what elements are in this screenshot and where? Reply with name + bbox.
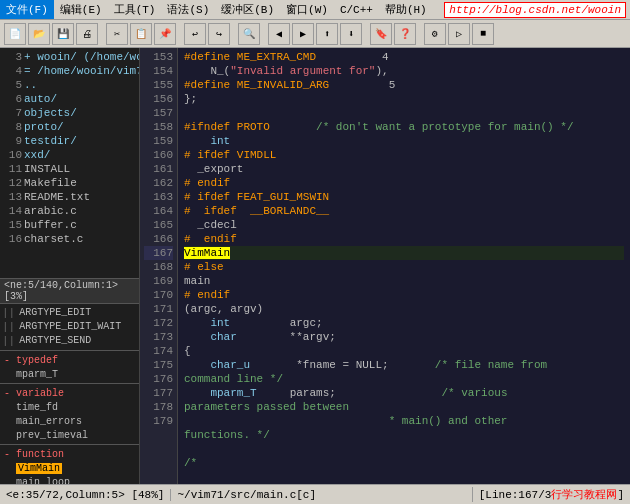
tb-redo[interactable]: ↪ [208,23,230,45]
menu-syntax[interactable]: 语法(S) [161,0,215,19]
status-filepath: ~/vim71/src/main.c[c] [171,489,471,501]
menu-help[interactable]: 帮助(H) [379,0,433,19]
tag-entries: || ARGTYPE_EDIT [0,306,139,320]
tb-cut[interactable]: ✂ [106,23,128,45]
tree-item[interactable]: 14arabic.c [0,204,139,218]
tree-item[interactable]: 4= /home/wooin/vim71/ [0,64,139,78]
tree-item[interactable]: 6auto/ [0,92,139,106]
tag-entries: || ARGTYPE_SEND [0,334,139,348]
menu-tools[interactable]: 工具(T) [108,0,162,19]
file-tree[interactable]: 3+ wooin/ (/home/wooin 4= /home/wooin/vi… [0,48,140,278]
toolbar: 📄 📂 💾 🖨 ✂ 📋 📌 ↩ ↪ 🔍 ◀ ▶ ⬆ ⬇ 🔖 ❓ ⚙ ▷ ■ [0,20,630,48]
menu-buffer[interactable]: 缓冲区(B) [215,0,280,19]
tb-up[interactable]: ⬆ [316,23,338,45]
tag-section-function: - function [0,447,139,461]
tb-compile[interactable]: ⚙ [424,23,446,45]
tag-entries: || ARGTYPE_EDIT_WAIT [0,320,139,334]
tag-typedef-item: mparm_T [0,367,139,381]
tb-back[interactable]: ◀ [268,23,290,45]
tag-variable-item: prev_timeval [0,428,139,442]
menu-edit[interactable]: 编辑(E) [54,0,108,19]
tb-fwd[interactable]: ▶ [292,23,314,45]
tb-save[interactable]: 💾 [52,23,74,45]
tree-item[interactable]: 9testdir/ [0,134,139,148]
tb-mark[interactable]: 🔖 [370,23,392,45]
tag-function-item: VimMain [0,461,139,475]
statusbar: <e:35/72,Column:5> [48%] ~/vim71/src/mai… [0,484,630,504]
tag-function-item: main_loop [0,475,139,484]
tree-item[interactable]: 10xxd/ [0,148,139,162]
tb-copy[interactable]: 📋 [130,23,152,45]
tree-item[interactable]: 8proto/ [0,120,139,134]
tb-open[interactable]: 📂 [28,23,50,45]
tag-variable-item: main_errors [0,414,139,428]
tree-item[interactable]: 12Makefile [0,176,139,190]
tb-help[interactable]: ❓ [394,23,416,45]
code-content[interactable]: #define ME_EXTRA_CMD 4 N_("Invalid argum… [178,48,630,484]
tb-paste[interactable]: 📌 [154,23,176,45]
tb-run[interactable]: ▷ [448,23,470,45]
tb-undo[interactable]: ↩ [184,23,206,45]
tree-item[interactable]: 3+ wooin/ (/home/wooin [0,50,139,64]
menu-cpp[interactable]: C/C++ [334,2,379,18]
tag-section-variable: - variable [0,386,139,400]
tb-stop[interactable]: ■ [472,23,494,45]
left-sidebar: 3+ wooin/ (/home/wooin 4= /home/wooin/vi… [0,48,140,484]
menu-window[interactable]: 窗口(W) [280,0,334,19]
tree-item[interactable]: 15buffer.c [0,218,139,232]
menu-file[interactable]: 文件(F) [0,0,54,19]
tree-item[interactable]: 7objects/ [0,106,139,120]
line-numbers: 153 154 155 156 157 158 159 160 161 162 … [140,48,178,484]
tree-status: <ne:5/140,Column:1> [3%] [0,278,139,304]
tree-item[interactable]: 16charset.c [0,232,139,246]
url-display: http://blog.csdn.net/wooin [444,2,626,18]
status-lineinfo: [Line:167/3行学习教程网] [472,487,630,502]
tb-down[interactable]: ⬇ [340,23,362,45]
tag-variable-item: time_fd [0,400,139,414]
tag-section-typedef: - typedef [0,353,139,367]
tree-item[interactable]: 5.. [0,78,139,92]
status-position: <e:35/72,Column:5> [48%] [0,489,171,501]
code-editor[interactable]: 153 154 155 156 157 158 159 160 161 162 … [140,48,630,484]
tree-item[interactable]: 13README.txt [0,190,139,204]
menubar: 文件(F) 编辑(E) 工具(T) 语法(S) 缓冲区(B) 窗口(W) C/C… [0,0,630,20]
main-area: 3+ wooin/ (/home/wooin 4= /home/wooin/vi… [0,48,630,484]
tb-new[interactable]: 📄 [4,23,26,45]
tb-search[interactable]: 🔍 [238,23,260,45]
tb-print[interactable]: 🖨 [76,23,98,45]
tree-item[interactable]: 11INSTALL [0,162,139,176]
tag-panel: || ARGTYPE_EDIT || ARGTYPE_EDIT_WAIT || … [0,304,140,484]
